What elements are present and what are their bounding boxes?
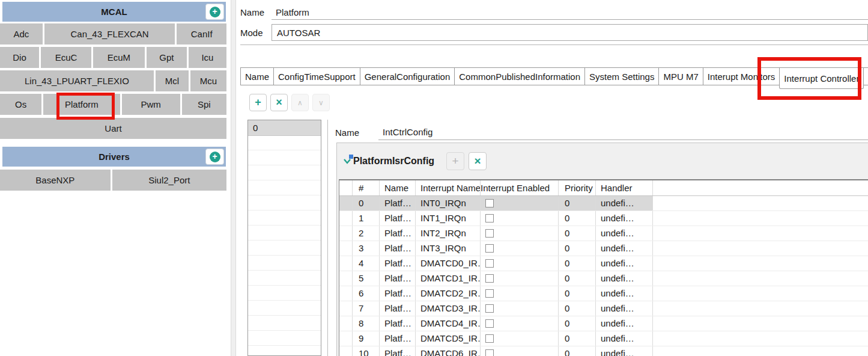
row-select-cell bbox=[339, 196, 353, 210]
row-select-cell bbox=[339, 316, 353, 331]
sidebar-splitter[interactable] bbox=[231, 0, 236, 356]
sidebar-item-adc[interactable]: Adc bbox=[0, 23, 43, 44]
row-select-cell bbox=[339, 271, 353, 286]
sidebar-item-gpt[interactable]: Gpt bbox=[147, 47, 187, 68]
cell-priority: 0 bbox=[559, 271, 596, 286]
table-row[interactable]: 4Platf…DMATCD0_IR…0undefi… bbox=[339, 256, 868, 271]
sidebar-item-spi[interactable]: Spi bbox=[182, 94, 226, 115]
tab-name[interactable]: Name bbox=[240, 68, 274, 85]
interrupt-enabled-checkbox[interactable] bbox=[485, 349, 494, 356]
sidebar-item-platform[interactable]: Platform bbox=[43, 94, 120, 115]
mcal-add-button[interactable]: + bbox=[205, 4, 224, 20]
table-row[interactable]: 9Platf…DMATCD5_IR…0undefi… bbox=[339, 331, 868, 346]
platform-isr-config-panel: PlatformIsrConfig + × #NameInterrupt Nam… bbox=[336, 143, 868, 356]
module-name-field[interactable]: Platform bbox=[272, 5, 868, 20]
tab-system-settings[interactable]: System Settings bbox=[585, 68, 659, 85]
sidebar-item-ecum[interactable]: EcuM bbox=[93, 47, 145, 68]
interrupt-enabled-checkbox[interactable] bbox=[485, 214, 494, 222]
cell-interrupt-enabled bbox=[481, 271, 559, 286]
cell-priority: 0 bbox=[559, 226, 596, 241]
sidebar-item-lin_43_lpuart_flexio[interactable]: Lin_43_LPUART_FLEXIO bbox=[0, 70, 154, 91]
sidebar-item-siul2_port[interactable]: Siul2_Port bbox=[112, 170, 226, 191]
interrupt-enabled-checkbox[interactable] bbox=[485, 319, 494, 328]
isr-table-header: #NameInterrupt NameInterrupt EnabledPrio… bbox=[339, 180, 868, 196]
cell-handler: undefi… bbox=[596, 331, 653, 346]
table-row[interactable]: 3Platf…INT3_IRQn0undefi… bbox=[339, 241, 868, 256]
table-row[interactable]: 8Platf…DMATCD4_IR…0undefi… bbox=[339, 316, 868, 331]
cell-handler: undefi… bbox=[596, 316, 653, 331]
tab-mpu-m7[interactable]: MPU M7 bbox=[659, 68, 703, 85]
cell-number: 4 bbox=[353, 256, 380, 271]
column-header-interrupt-enabled: Interrupt Enabled bbox=[481, 180, 559, 195]
interrupt-enabled-checkbox[interactable] bbox=[485, 289, 494, 298]
cell-interrupt-enabled bbox=[481, 226, 559, 241]
cell-filler bbox=[653, 196, 868, 210]
interrupt-enabled-checkbox[interactable] bbox=[485, 244, 494, 253]
cell-interrupt-enabled bbox=[481, 196, 559, 210]
cell-interrupt-enabled bbox=[481, 331, 559, 346]
column-header-priority: Priority bbox=[559, 180, 596, 195]
table-row[interactable]: 0Platf…INT0_IRQn0undefi… bbox=[339, 196, 868, 211]
cell-number: 9 bbox=[353, 331, 380, 346]
table-row[interactable]: 1Platf…INT1_IRQn0undefi… bbox=[339, 211, 868, 226]
cell-filler bbox=[653, 226, 868, 241]
add-config-button[interactable]: + bbox=[249, 94, 267, 111]
row-select-cell bbox=[339, 286, 353, 301]
cell-interrupt-name: DMATCD5_IR… bbox=[416, 331, 481, 346]
detail-splitter bbox=[327, 120, 328, 356]
table-row[interactable]: 5Platf…DMATCD1_IR…0undefi… bbox=[339, 271, 868, 286]
sidebar-item-can_43_flexcan[interactable]: Can_43_FLEXCAN bbox=[44, 23, 175, 44]
table-row[interactable]: 7Platf…DMATCD3_IR…0undefi… bbox=[339, 301, 868, 316]
isr-panel-buttons: + × bbox=[446, 152, 487, 170]
cell-name: Platf… bbox=[380, 241, 416, 256]
cell-name: Platf… bbox=[380, 256, 416, 271]
list-item[interactable]: 0 bbox=[248, 120, 321, 136]
sidebar-item-uart[interactable]: Uart bbox=[0, 118, 226, 139]
cell-handler: undefi… bbox=[596, 346, 653, 356]
interrupt-enabled-checkbox[interactable] bbox=[485, 229, 494, 238]
sidebar-item-icu[interactable]: Icu bbox=[189, 47, 226, 68]
isr-delete-button[interactable]: × bbox=[469, 152, 487, 170]
sidebar-item-os[interactable]: Os bbox=[0, 94, 41, 115]
cell-interrupt-name: DMATCD6_IR… bbox=[416, 346, 481, 356]
interrupt-enabled-checkbox[interactable] bbox=[485, 304, 494, 313]
interrupt-enabled-checkbox[interactable] bbox=[485, 274, 494, 283]
expand-chevron-icon[interactable] bbox=[343, 157, 352, 165]
interrupt-enabled-checkbox[interactable] bbox=[485, 259, 494, 268]
interrupt-enabled-checkbox[interactable] bbox=[485, 334, 494, 343]
cell-interrupt-enabled bbox=[481, 301, 559, 316]
tab-interrupt-controller[interactable]: Interrupt Controller bbox=[779, 68, 864, 89]
module-mode-field[interactable]: AUTOSAR bbox=[272, 24, 868, 41]
tab-commonpublishedinformation[interactable]: CommonPublishedInformation bbox=[455, 68, 585, 85]
cell-number: 10 bbox=[353, 346, 380, 356]
delete-config-button[interactable]: × bbox=[270, 94, 288, 111]
sidebar-item-dio[interactable]: Dio bbox=[0, 47, 39, 68]
table-row[interactable]: 6Platf…DMATCD2_IR…0undefi… bbox=[339, 286, 868, 301]
cell-number: 1 bbox=[353, 211, 380, 226]
sidebar-item-ecuc[interactable]: EcuC bbox=[41, 47, 91, 68]
isr-add-button[interactable]: + bbox=[446, 152, 464, 170]
table-row[interactable]: 10Platf…DMATCD6_IR…0undefi… bbox=[339, 346, 868, 356]
tab-interupt-monitors[interactable]: Interupt Monitors bbox=[703, 68, 780, 85]
sidebar-item-mcl[interactable]: Mcl bbox=[156, 70, 189, 91]
drivers-add-button[interactable]: + bbox=[205, 149, 224, 165]
tab-generalconfiguration[interactable]: GeneralConfiguration bbox=[360, 68, 455, 85]
table-row[interactable]: 2Platf…INT2_IRQn0undefi… bbox=[339, 226, 868, 241]
sidebar-item-canif[interactable]: CanIf bbox=[177, 23, 226, 44]
cell-name: Platf… bbox=[380, 316, 416, 331]
cell-filler bbox=[653, 271, 868, 286]
config-tabbar: NameConfigTimeSupportGeneralConfiguratio… bbox=[240, 67, 868, 85]
sidebar-item-basenxp[interactable]: BaseNXP bbox=[0, 170, 111, 191]
cell-priority: 0 bbox=[559, 256, 596, 271]
interrupt-enabled-checkbox[interactable] bbox=[485, 199, 494, 207]
cell-filler bbox=[653, 316, 868, 331]
row-select-cell bbox=[339, 301, 353, 316]
sidebar-item-mcu[interactable]: Mcu bbox=[190, 70, 226, 91]
cell-filler bbox=[653, 256, 868, 271]
tab-configtimesupport[interactable]: ConfigTimeSupport bbox=[274, 68, 360, 85]
move-down-button[interactable]: ∨ bbox=[312, 94, 330, 111]
cell-filler bbox=[653, 301, 868, 316]
sidebar-item-pwm[interactable]: Pwm bbox=[122, 94, 180, 115]
config-name-field[interactable]: IntCtrlConfig bbox=[378, 124, 868, 140]
move-up-button[interactable]: ∧ bbox=[291, 94, 309, 111]
